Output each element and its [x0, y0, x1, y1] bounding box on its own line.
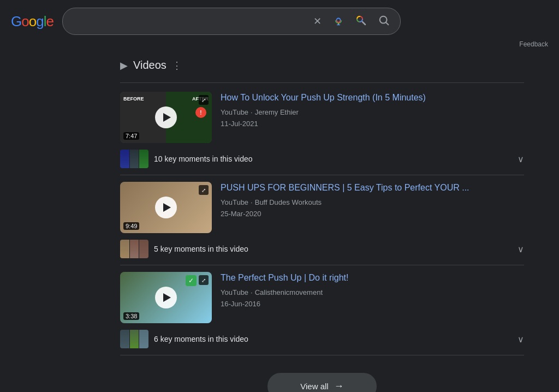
- video-main-row-1: ! 7:47 ⤢ How To Unlock Your Push Up Stre…: [120, 92, 524, 143]
- moments-preview-2: [120, 240, 148, 258]
- video-info-3: The Perfect Push Up | Do it right! YouTu…: [221, 272, 524, 310]
- expand-icon-3[interactable]: ⤢: [199, 275, 209, 285]
- mic-icon: [332, 15, 344, 27]
- moment-strip-2b: [130, 240, 140, 258]
- moment-strip-1c: [139, 150, 148, 168]
- moment-strip-1b: [130, 150, 140, 168]
- red-badge-1: !: [195, 107, 206, 118]
- video-channel-2: Buff Dudes Workouts: [255, 197, 322, 209]
- video-dot-2: ·: [251, 197, 253, 209]
- video-dot-1: ·: [251, 107, 253, 118]
- video-platform-3: YouTube: [221, 287, 248, 299]
- video-result-1: ! 7:47 ⤢ How To Unlock Your Push Up Stre…: [120, 92, 524, 175]
- key-moments-text-3: 6 key moments in this video: [154, 335, 512, 343]
- video-result-2: 9:49 ⤢ PUSH UPS FOR BEGINNERS | 5 Easy T…: [120, 182, 524, 265]
- play-button-1[interactable]: [155, 106, 177, 128]
- svg-point-5: [380, 16, 387, 23]
- video-date-3: 16-Jun-2016: [221, 299, 524, 310]
- play-button-2[interactable]: [155, 197, 177, 218]
- search-icon: [378, 15, 390, 27]
- key-moments-text-1: 10 key moments in this video: [154, 155, 512, 163]
- voice-search-button[interactable]: [330, 13, 347, 29]
- expand-icon-1[interactable]: ⤢: [199, 95, 209, 105]
- view-all-label: View all: [300, 382, 328, 391]
- view-all-container: View all →: [120, 362, 524, 392]
- video-date-1: 11-Jul-2021: [221, 118, 524, 130]
- search-icons: ✕: [311, 13, 391, 30]
- expand-icon-2[interactable]: ⤢: [199, 185, 209, 195]
- view-all-button[interactable]: View all →: [267, 373, 376, 392]
- video-result-3: ✓ 3:38 ⤢ The Perfect Push Up | Do it rig…: [120, 272, 524, 355]
- moment-strip-3c: [139, 330, 148, 348]
- moments-preview-3: [120, 330, 148, 348]
- moment-strip-1a: [120, 150, 130, 168]
- video-platform-1: YouTube: [221, 107, 248, 118]
- header: Google how to do push ups ✕: [0, 0, 559, 43]
- feedback-link[interactable]: Feedback: [519, 40, 548, 48]
- expand-chevron-2[interactable]: ∨: [518, 244, 524, 254]
- arrow-right-icon: →: [334, 381, 344, 392]
- video-info-1: How To Unlock Your Push Up Strength (In …: [221, 92, 524, 130]
- section-divider: [120, 82, 524, 83]
- duration-1: 7:47: [123, 132, 139, 140]
- video-channel-1: Jeremy Ethier: [255, 107, 299, 118]
- feedback-area: Feedback: [0, 40, 559, 48]
- video-source-3: YouTube · Calisthenicmovement: [221, 287, 524, 299]
- video-channel-3: Calisthenicmovement: [255, 287, 323, 299]
- thumbnail-2[interactable]: 9:49 ⤢: [120, 182, 212, 233]
- video-play-icon: ▶: [120, 60, 128, 72]
- video-title-1[interactable]: How To Unlock Your Push Up Strength (In …: [221, 92, 524, 104]
- key-moments-text-2: 5 key moments in this video: [154, 245, 512, 253]
- video-meta-3: YouTube · Calisthenicmovement 16-Jun-201…: [221, 287, 524, 310]
- search-submit-button[interactable]: [377, 14, 391, 28]
- video-source-2: YouTube · Buff Dudes Workouts: [221, 197, 524, 209]
- google-logo: Google: [11, 13, 53, 30]
- moments-preview-1: [120, 150, 148, 168]
- search-bar: how to do push ups ✕: [62, 8, 401, 35]
- thumbnail-3[interactable]: ✓ 3:38 ⤢: [120, 272, 212, 323]
- lens-button[interactable]: [353, 13, 371, 30]
- video-title-3[interactable]: The Perfect Push Up | Do it right!: [221, 272, 524, 284]
- moment-strip-2a: [120, 240, 130, 258]
- key-moments-row-3: 6 key moments in this video ∨: [120, 328, 524, 355]
- video-source-1: YouTube · Jeremy Ethier: [221, 107, 524, 118]
- video-dot-3: ·: [251, 287, 253, 299]
- key-moments-row-1: 10 key moments in this video ∨: [120, 147, 524, 175]
- lens-icon: [355, 15, 368, 28]
- video-main-row-2: 9:49 ⤢ PUSH UPS FOR BEGINNERS | 5 Easy T…: [120, 182, 524, 233]
- play-triangle-1: [163, 113, 171, 122]
- green-check-badge-3: ✓: [186, 275, 197, 286]
- video-date-2: 25-Mar-2020: [221, 209, 524, 220]
- videos-more-options-icon[interactable]: ⋮: [172, 60, 182, 72]
- play-button-3[interactable]: [155, 287, 177, 308]
- videos-heading: Videos: [133, 59, 166, 72]
- expand-chevron-3[interactable]: ∨: [518, 334, 524, 345]
- clear-button[interactable]: ✕: [311, 14, 324, 28]
- video-platform-2: YouTube: [221, 197, 248, 209]
- search-input[interactable]: how to do push ups: [72, 16, 306, 26]
- video-info-2: PUSH UPS FOR BEGINNERS | 5 Easy Tips to …: [221, 182, 524, 220]
- play-triangle-3: [163, 293, 171, 302]
- key-moments-row-2: 5 key moments in this video ∨: [120, 237, 524, 265]
- main-content: ▶ Videos ⋮ ! 7:47 ⤢ How To Unlock Your P…: [0, 48, 524, 392]
- play-triangle-2: [163, 203, 171, 212]
- video-meta-1: YouTube · Jeremy Ethier 11-Jul-2021: [221, 107, 524, 130]
- videos-section-header: ▶ Videos ⋮: [120, 59, 524, 72]
- video-title-2[interactable]: PUSH UPS FOR BEGINNERS | 5 Easy Tips to …: [221, 182, 524, 194]
- moment-strip-3a: [120, 330, 130, 348]
- video-meta-2: YouTube · Buff Dudes Workouts 25-Mar-202…: [221, 197, 524, 220]
- duration-2: 9:49: [123, 222, 139, 230]
- expand-chevron-1[interactable]: ∨: [518, 154, 524, 164]
- duration-3: 3:38: [123, 312, 139, 320]
- video-main-row-3: ✓ 3:38 ⤢ The Perfect Push Up | Do it rig…: [120, 272, 524, 323]
- moment-strip-2c: [139, 240, 148, 258]
- moment-strip-3b: [130, 330, 140, 348]
- thumbnail-1[interactable]: ! 7:47 ⤢: [120, 92, 212, 143]
